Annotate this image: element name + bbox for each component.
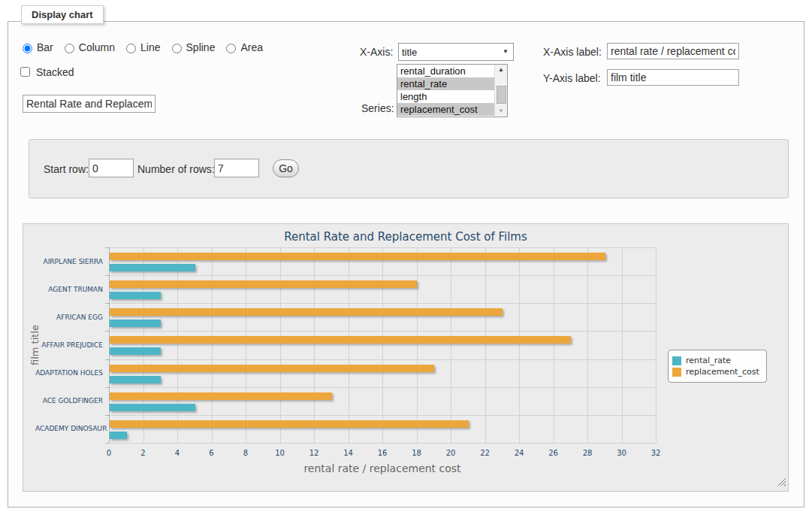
chart-type-option-area: Area [222, 41, 263, 53]
bar-rental_rate-3[interactable] [110, 347, 161, 355]
bar-rental_rate-1[interactable] [110, 292, 161, 299]
x-axis-select[interactable]: title [398, 43, 514, 61]
gridline-vertical [451, 247, 451, 443]
chart-type-radio-spline[interactable] [172, 44, 182, 53]
bar-rental_rate-6[interactable] [110, 432, 127, 439]
y-axis-label-input[interactable] [607, 69, 739, 86]
bar-replacement_cost-3[interactable] [110, 336, 571, 344]
category-label: ADAPTATION HOLES [35, 369, 103, 377]
page: Display chart BarColumnLineSplineArea St… [0, 0, 812, 512]
series-options: rental_durationrental_ratelengthreplacem… [397, 65, 494, 117]
category-label: AGENT TRUMAN [35, 286, 103, 293]
scroll-down-icon[interactable]: ▼ [495, 106, 507, 117]
chart-type-label: Column [79, 41, 115, 53]
gridline-vertical [246, 247, 246, 443]
chart-type-label: Bar [37, 41, 53, 53]
chart-type-radio-bar[interactable] [23, 44, 32, 53]
gridline-horizontal [109, 443, 656, 444]
bar-replacement_cost-4[interactable] [110, 365, 434, 372]
chart-type-radio-group: BarColumnLineSplineArea [19, 41, 267, 53]
bar-rental_rate-5[interactable] [110, 404, 195, 411]
bar-replacement_cost-5[interactable] [110, 392, 332, 400]
gridline-horizontal [109, 275, 656, 276]
chart-canvas: Rental Rate and Replacement Cost of Film… [23, 223, 789, 492]
legend-item-rental_rate[interactable]: rental_rate [672, 356, 759, 365]
scroll-up-icon[interactable]: ▲ [495, 65, 507, 75]
x-tick-label: 14 [337, 449, 360, 457]
gridline-vertical [177, 247, 178, 443]
scrollbar[interactable]: ▲ ▼ [494, 65, 507, 117]
chart-type-label: Spline [186, 41, 216, 53]
chart-type-option-bar: Bar [19, 41, 53, 53]
x-axis-label-input[interactable] [607, 43, 739, 59]
stacked-checkbox[interactable] [20, 67, 30, 77]
x-tick-label: 28 [576, 449, 599, 457]
gridline-horizontal [109, 247, 656, 248]
x-tick-label: 12 [303, 449, 325, 457]
legend-item-replacement_cost[interactable]: replacement_cost [672, 367, 759, 377]
series-option-rental_rate[interactable]: rental_rate [397, 77, 494, 90]
chart-type-option-spline: Spline [168, 41, 216, 53]
category-label: AIRPLANE SIERRA [35, 258, 103, 265]
gridline-horizontal [109, 359, 656, 360]
x-tick-label: 4 [166, 449, 189, 457]
gridline-vertical [587, 247, 588, 443]
bar-replacement_cost-1[interactable] [110, 280, 417, 288]
series-option-rental_duration[interactable]: rental_duration [397, 65, 494, 77]
y-axis-title: film title [29, 300, 41, 390]
gridline-horizontal [109, 303, 656, 304]
stacked-row: Stacked [17, 65, 74, 79]
legend-swatch-replacement_cost [672, 368, 681, 377]
start-row-label: Start row: [44, 163, 89, 175]
x-tick-label: 32 [644, 449, 667, 457]
x-tick-label: 18 [406, 449, 428, 457]
bar-rental_rate-4[interactable] [110, 376, 161, 383]
bar-rental_rate-0[interactable] [110, 264, 195, 271]
x-tick-label: 16 [371, 449, 394, 457]
gridline-vertical [417, 247, 418, 443]
chart-title-input[interactable] [23, 95, 155, 113]
x-tick-label: 8 [234, 449, 257, 457]
legend-swatch-rental_rate [672, 356, 681, 365]
gridline-vertical [314, 247, 315, 443]
series-label: Series: [361, 102, 394, 114]
category-axis-tick [105, 443, 109, 444]
panel-legend: Display chart [21, 5, 104, 24]
chart-type-radio-line[interactable] [126, 44, 136, 53]
bar-replacement_cost-2[interactable] [110, 308, 503, 316]
gridline-vertical [519, 247, 520, 443]
category-label: AFFAIR PREJUDICE [35, 341, 103, 349]
scrollbar-thumb[interactable] [497, 86, 506, 104]
gridline-vertical [622, 247, 623, 443]
series-option-replacement_cost[interactable]: replacement_cost [397, 103, 494, 116]
series-option-length[interactable]: length [397, 90, 494, 103]
chart-type-label: Area [240, 41, 263, 53]
chart-type-radio-column[interactable] [65, 44, 74, 53]
gridline-vertical [349, 247, 349, 443]
series-listbox[interactable]: rental_durationrental_ratelengthreplacem… [397, 64, 508, 117]
chart-legend: rental_ratereplacement_cost [668, 350, 767, 383]
start-row-input[interactable] [89, 159, 134, 177]
stacked-label: Stacked [36, 66, 74, 78]
gridline-vertical [212, 247, 213, 443]
number-of-rows-label: Number of rows: [137, 163, 215, 175]
bar-replacement_cost-6[interactable] [110, 420, 469, 428]
x-axis-select-label: X-Axis: [360, 46, 393, 58]
x-axis-select-wrap: title ▼ [398, 43, 514, 61]
resize-handle-icon[interactable] [777, 477, 786, 486]
go-button[interactable]: Go [273, 159, 299, 177]
chart-type-label: Line [140, 41, 160, 53]
gridline-horizontal [109, 331, 656, 332]
x-tick-label: 22 [474, 449, 497, 457]
chart-type-radio-area[interactable] [226, 44, 236, 53]
x-tick-label: 0 [98, 449, 120, 457]
category-axis-line [109, 247, 110, 443]
legend-label: rental_rate [686, 356, 731, 365]
number-of-rows-input[interactable] [214, 159, 259, 177]
y-axis-label-caption: Y-Axis label: [543, 72, 601, 84]
bar-rental_rate-2[interactable] [110, 320, 161, 327]
gridline-horizontal [109, 415, 656, 416]
x-tick-label: 24 [508, 449, 530, 457]
gridline-horizontal [109, 387, 656, 388]
bar-replacement_cost-0[interactable] [110, 253, 605, 260]
